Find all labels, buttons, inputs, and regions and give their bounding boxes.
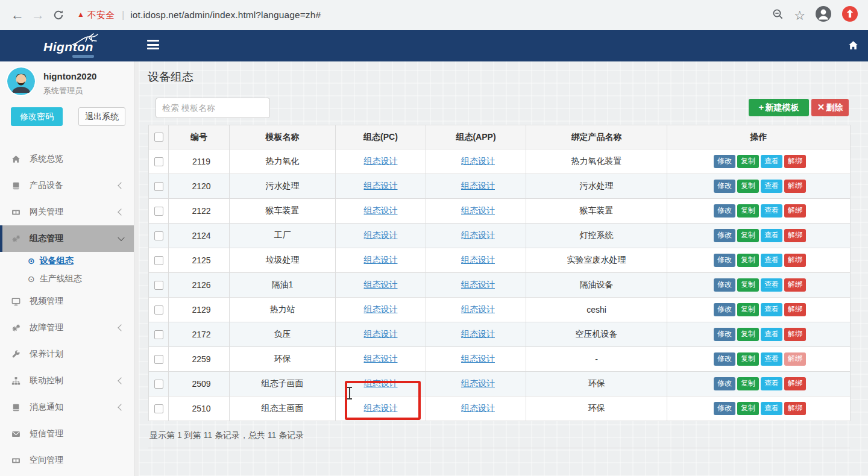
edit-button[interactable]: 修改 — [714, 352, 735, 366]
app-config-link[interactable]: 组态设计 — [461, 329, 495, 339]
view-button[interactable]: 查看 — [761, 229, 782, 242]
sidebar-item-1[interactable]: 产品设备 — [0, 172, 134, 199]
sidebar-item-2[interactable]: 网关管理 — [0, 199, 134, 225]
row-checkbox[interactable] — [154, 404, 163, 413]
sidebar-item-5[interactable]: 故障管理 — [0, 315, 134, 341]
row-checkbox[interactable] — [154, 157, 163, 166]
edit-button[interactable]: 修改 — [714, 402, 735, 415]
app-config-link[interactable]: 组态设计 — [461, 354, 495, 363]
browser-back-icon[interactable]: ← — [7, 7, 28, 23]
edit-button[interactable]: 修改 — [714, 377, 735, 390]
new-template-button[interactable]: +新建模板 — [749, 99, 809, 116]
pc-config-link[interactable]: 组态设计 — [364, 205, 398, 215]
change-password-button[interactable]: 修改密码 — [11, 107, 63, 126]
unbind-button[interactable]: 解绑 — [784, 229, 806, 242]
edit-button[interactable]: 修改 — [714, 303, 735, 316]
edit-button[interactable]: 修改 — [714, 180, 735, 193]
copy-button[interactable]: 复制 — [737, 180, 759, 193]
app-config-link[interactable]: 组态设计 — [461, 230, 495, 240]
search-input[interactable] — [156, 98, 270, 118]
copy-button[interactable]: 复制 — [737, 352, 759, 366]
address-bar[interactable]: iot.idosp.net/admin/index.html?language=… — [130, 10, 767, 20]
sidebar-scrollbar[interactable] — [134, 61, 139, 476]
app-config-link[interactable]: 组态设计 — [461, 403, 495, 413]
sidebar-item-9[interactable]: 短信管理 — [0, 421, 134, 447]
app-config-link[interactable]: 组态设计 — [461, 304, 495, 314]
unbind-button[interactable]: 解绑 — [784, 352, 806, 366]
unbind-button[interactable]: 解绑 — [784, 303, 806, 316]
row-checkbox[interactable] — [154, 256, 163, 265]
security-warning[interactable]: ▲ 不安全 — [77, 10, 115, 21]
view-button[interactable]: 查看 — [761, 377, 782, 390]
row-checkbox[interactable] — [154, 380, 163, 389]
pc-config-link[interactable]: 组态设计 — [364, 230, 398, 240]
sidebar-item-4[interactable]: 视频管理 — [0, 288, 134, 315]
edit-button[interactable]: 修改 — [714, 254, 735, 267]
view-button[interactable]: 查看 — [761, 278, 782, 292]
edit-button[interactable]: 修改 — [714, 229, 735, 242]
edit-button[interactable]: 修改 — [714, 155, 735, 168]
copy-button[interactable]: 复制 — [737, 278, 759, 292]
browser-profile-icon[interactable] — [815, 5, 832, 25]
pc-config-link[interactable]: 组态设计 — [364, 181, 398, 190]
row-checkbox[interactable] — [154, 207, 163, 216]
pc-config-link[interactable]: 组态设计 — [364, 304, 398, 314]
unbind-button[interactable]: 解绑 — [784, 180, 806, 193]
sidebar-item-6[interactable]: 保养计划 — [0, 341, 134, 368]
edit-button[interactable]: 修改 — [714, 278, 735, 292]
app-config-link[interactable]: 组态设计 — [461, 378, 495, 388]
sidebar-item-10[interactable]: 空间管理 — [0, 447, 134, 474]
sidebar-item-3[interactable]: 组态管理 — [0, 225, 134, 252]
row-checkbox[interactable] — [154, 355, 163, 364]
app-config-link[interactable]: 组态设计 — [461, 205, 495, 215]
app-config-link[interactable]: 组态设计 — [461, 181, 495, 190]
pc-config-link[interactable]: 组态设计 — [364, 255, 398, 265]
unbind-button[interactable]: 解绑 — [784, 377, 806, 390]
browser-reload-icon[interactable] — [48, 9, 69, 21]
row-checkbox[interactable] — [154, 281, 163, 290]
pc-config-link[interactable]: 组态设计 — [364, 354, 398, 363]
app-config-link[interactable]: 组态设计 — [461, 255, 495, 265]
edit-button[interactable]: 修改 — [714, 328, 735, 341]
sidebar-subitem-3-1[interactable]: ⊙生产线组态 — [0, 270, 134, 288]
view-button[interactable]: 查看 — [761, 402, 782, 415]
copy-button[interactable]: 复制 — [737, 377, 759, 390]
view-button[interactable]: 查看 — [761, 180, 782, 193]
unbind-button[interactable]: 解绑 — [784, 402, 806, 415]
zoom-out-icon[interactable] — [772, 8, 784, 23]
pc-config-link[interactable]: 组态设计 — [364, 329, 398, 339]
pc-config-link[interactable]: 组态设计 — [364, 156, 398, 166]
sidebar-item-8[interactable]: 消息通知 — [0, 394, 134, 421]
copy-button[interactable]: 复制 — [737, 303, 759, 316]
view-button[interactable]: 查看 — [761, 155, 782, 168]
unbind-button[interactable]: 解绑 — [784, 204, 806, 218]
logout-button[interactable]: 退出系统 — [78, 107, 125, 126]
unbind-button[interactable]: 解绑 — [784, 278, 806, 292]
home-icon[interactable] — [848, 40, 858, 53]
row-checkbox[interactable] — [154, 182, 163, 191]
app-config-link[interactable]: 组态设计 — [461, 280, 495, 289]
sidebar-item-0[interactable]: 系统总览 — [0, 146, 134, 172]
row-checkbox[interactable] — [154, 231, 163, 240]
copy-button[interactable]: 复制 — [737, 402, 759, 415]
pc-config-link[interactable]: 组态设计 — [364, 280, 398, 289]
browser-update-icon[interactable] — [841, 5, 858, 25]
view-button[interactable]: 查看 — [761, 352, 782, 366]
copy-button[interactable]: 复制 — [737, 254, 759, 267]
select-all-checkbox[interactable] — [154, 133, 163, 142]
browser-forward-icon[interactable]: → — [28, 7, 48, 23]
sidebar-subitem-3-0[interactable]: ⊙设备组态 — [0, 252, 134, 270]
unbind-button[interactable]: 解绑 — [784, 254, 806, 267]
view-button[interactable]: 查看 — [761, 254, 782, 267]
unbind-button[interactable]: 解绑 — [784, 155, 806, 168]
sidebar-item-7[interactable]: 联动控制 — [0, 368, 134, 394]
bookmark-star-icon[interactable]: ☆ — [794, 9, 805, 22]
view-button[interactable]: 查看 — [761, 303, 782, 316]
delete-button[interactable]: ✕删除 — [811, 99, 849, 116]
copy-button[interactable]: 复制 — [737, 204, 759, 218]
copy-button[interactable]: 复制 — [737, 328, 759, 341]
unbind-button[interactable]: 解绑 — [784, 328, 806, 341]
view-button[interactable]: 查看 — [761, 204, 782, 218]
app-config-link[interactable]: 组态设计 — [461, 156, 495, 166]
row-checkbox[interactable] — [154, 330, 163, 339]
